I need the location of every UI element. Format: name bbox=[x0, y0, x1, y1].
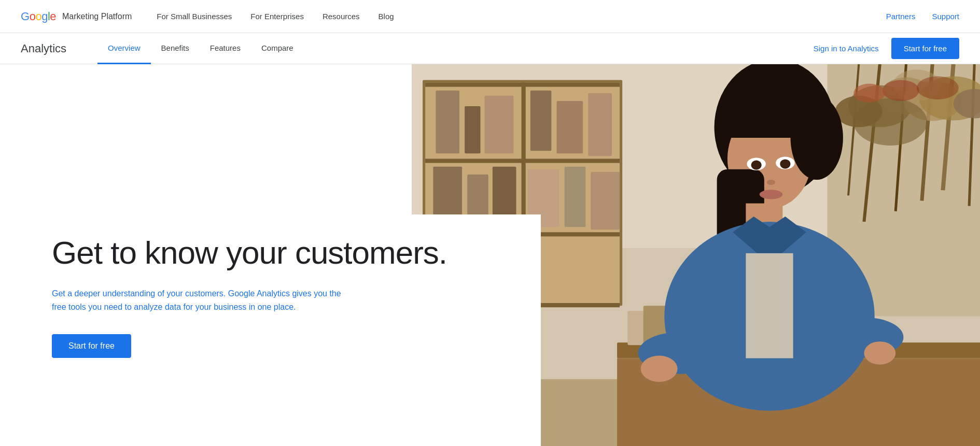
tab-overview[interactable]: Overview bbox=[97, 33, 151, 64]
google-letter-o1: o bbox=[30, 10, 36, 23]
svg-point-54 bbox=[640, 356, 677, 382]
tab-benefits[interactable]: Benefits bbox=[151, 33, 200, 64]
svg-point-60 bbox=[767, 180, 775, 185]
product-name: Marketing Platform bbox=[62, 12, 132, 21]
secondary-navigation: Analytics Overview Benefits Features Com… bbox=[0, 33, 980, 64]
svg-point-55 bbox=[864, 341, 895, 365]
svg-point-61 bbox=[760, 190, 783, 199]
svg-rect-14 bbox=[556, 101, 583, 153]
svg-point-63 bbox=[790, 96, 843, 180]
google-letter-g: G bbox=[21, 10, 30, 23]
svg-rect-21 bbox=[591, 172, 620, 229]
google-letter-g2: g bbox=[41, 10, 48, 23]
top-nav-right: Partners Support bbox=[886, 12, 959, 21]
nav-link-resources[interactable]: Resources bbox=[323, 12, 360, 21]
secondary-nav-actions: Sign in to Analytics Start for free bbox=[814, 38, 959, 59]
svg-point-39 bbox=[853, 84, 885, 103]
svg-rect-12 bbox=[484, 96, 513, 153]
nav-link-blog[interactable]: Blog bbox=[379, 12, 394, 21]
nav-link-support[interactable]: Support bbox=[932, 12, 959, 21]
google-letter-e: e bbox=[50, 10, 56, 23]
svg-rect-51 bbox=[746, 253, 793, 358]
nav-link-partners[interactable]: Partners bbox=[886, 12, 916, 21]
top-navigation: Google Marketing Platform For Small Busi… bbox=[0, 0, 980, 33]
sign-in-link[interactable]: Sign in to Analytics bbox=[814, 44, 879, 53]
svg-point-59 bbox=[780, 159, 790, 168]
start-free-button-nav[interactable]: Start for free bbox=[891, 38, 959, 59]
google-letter-o2: o bbox=[35, 10, 41, 23]
top-nav-links: For Small Businesses For Enterprises Res… bbox=[157, 12, 886, 21]
svg-rect-13 bbox=[530, 91, 552, 151]
hero-subtext: Get a deeper understanding of your custo… bbox=[52, 287, 342, 313]
hero-section: Get to know your customers. Get a deeper… bbox=[0, 64, 980, 446]
svg-rect-11 bbox=[465, 106, 480, 153]
nav-link-small-businesses[interactable]: For Small Businesses bbox=[157, 12, 232, 21]
hero-headline: Get to know your customers. bbox=[52, 235, 515, 270]
svg-rect-10 bbox=[436, 91, 459, 154]
tab-features[interactable]: Features bbox=[200, 33, 251, 64]
svg-rect-20 bbox=[565, 167, 586, 227]
hero-content-card: Get to know your customers. Get a deeper… bbox=[31, 214, 541, 446]
svg-point-57 bbox=[751, 160, 761, 169]
secondary-nav-tabs: Overview Benefits Features Compare bbox=[97, 33, 814, 64]
svg-point-35 bbox=[853, 98, 927, 146]
tab-compare[interactable]: Compare bbox=[251, 33, 304, 64]
nav-link-enterprises[interactable]: For Enterprises bbox=[250, 12, 304, 21]
svg-point-38 bbox=[917, 76, 959, 99]
svg-point-37 bbox=[883, 80, 919, 101]
hero-cta-button[interactable]: Start for free bbox=[52, 334, 131, 358]
brand-logo[interactable]: Google Marketing Platform bbox=[21, 10, 132, 23]
analytics-brand: Analytics bbox=[21, 42, 66, 55]
svg-rect-15 bbox=[588, 93, 612, 156]
google-wordmark: Google bbox=[21, 10, 56, 23]
